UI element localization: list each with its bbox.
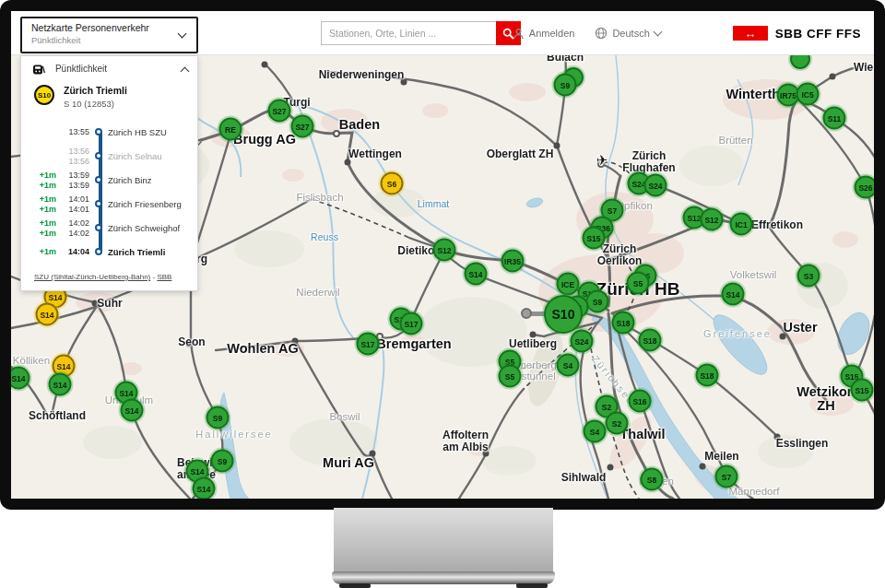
map-label: Greifensee <box>703 329 772 340</box>
stop-row: +1m+1m13:5913:59Zürich Binz <box>30 168 192 192</box>
map-label: Muri AG <box>323 456 374 470</box>
map-label: Zürich Oerlikon <box>597 243 643 266</box>
panel-title: Pünktlichkeit <box>53 65 110 75</box>
train-badge-s18[interactable]: S18 <box>612 312 635 335</box>
station-dot <box>554 143 560 149</box>
train-badge-s9[interactable]: S9 <box>586 290 609 313</box>
train-badge-s15[interactable]: S15 <box>851 379 874 402</box>
train-badge-s14[interactable]: S14 <box>722 283 745 306</box>
train-badge-s7[interactable]: S7 <box>715 465 738 488</box>
train-badge-s9[interactable]: S9 <box>554 74 577 97</box>
train-badge-s14[interactable]: S14 <box>465 263 488 286</box>
train-badge-s2[interactable]: S2 <box>606 412 629 435</box>
sbb-link[interactable]: SBB <box>157 273 171 281</box>
stop-row: 13:5613:56Zürich Selnau <box>30 144 192 168</box>
stop-row: +1m14:04Zürich Triemli <box>30 240 192 264</box>
map-label: Wies <box>854 62 874 74</box>
train-badge-s27[interactable]: S27 <box>268 100 291 123</box>
train-badge-s10[interactable]: S10 <box>544 295 583 334</box>
map-label: Affoltern am Albis <box>442 429 489 453</box>
train-badge-s14[interactable]: S14 <box>121 399 144 422</box>
selected-train-pin-knob <box>521 308 532 319</box>
map-label: Uster <box>783 321 817 335</box>
train-badge-s14[interactable]: S14 <box>49 373 72 396</box>
train-badge-ir35[interactable]: IR35 <box>502 250 525 273</box>
train-badge-s12[interactable]: S12 <box>433 239 456 262</box>
map-label: Hallwilersee <box>195 429 272 441</box>
train-badge-s14[interactable]: S14 <box>36 303 59 326</box>
train-badge-s15[interactable]: S15 <box>583 227 606 250</box>
monitor-foot <box>516 583 548 588</box>
app-window: BülachNiederweningenTurgiBrugg AGBadenWe… <box>11 11 874 499</box>
layer-dropdown[interactable]: Netzkarte Personenverkehr Pünktlichkeit <box>20 17 198 53</box>
map-label: Wetzikon ZH <box>796 385 855 413</box>
train-badge-ice[interactable]: ICE <box>557 273 580 296</box>
train-badge-s11[interactable]: S11 <box>823 107 846 130</box>
train-badge-ic1[interactable]: IC1 <box>730 213 753 236</box>
stop-row: +1m+1m14:0214:02Zürich Schweighof <box>30 216 192 240</box>
train-badge-s12[interactable]: S12 <box>701 208 724 231</box>
search-input[interactable] <box>321 21 496 45</box>
train-badge-s4[interactable]: S4 <box>557 354 580 377</box>
sbb-arrow-icon: ↔ <box>733 26 768 41</box>
stop-node <box>95 176 102 183</box>
station-dot <box>830 74 836 80</box>
map-label: Schöftland <box>29 410 86 422</box>
train-badge-s16[interactable]: S16 <box>629 390 652 413</box>
stop-list: 13:55Zürich HB SZU13:5613:56Zürich Selna… <box>21 120 197 264</box>
stop-row: 13:55Zürich HB SZU <box>30 120 192 144</box>
stop-name: Zürich Schweighof <box>108 223 192 233</box>
train-badge-s3[interactable]: S3 <box>797 265 820 288</box>
map-label: Brütten <box>718 135 752 146</box>
chevron-up-icon <box>181 66 190 76</box>
station-dot <box>608 465 614 471</box>
train-badge-s24[interactable]: S24 <box>644 174 667 197</box>
map-label: Volketswil <box>730 269 777 280</box>
sbb-logo[interactable]: ↔ SBB CFF FFS <box>733 26 861 41</box>
map-label: Bülach <box>547 55 584 63</box>
panel-header[interactable]: Pünktlichkeit <box>21 56 197 81</box>
stop-name: Zürich Triemli <box>108 247 192 257</box>
map-label: Effretikon <box>751 219 803 231</box>
train-badge-s18[interactable]: S18 <box>696 364 719 387</box>
map-label: Uetliberg <box>509 338 557 350</box>
train-badge-s5[interactable]: S5 <box>499 365 522 388</box>
map-label: Limmat <box>418 199 449 209</box>
map-label: Reuss <box>311 232 338 242</box>
train-badge-ic5[interactable]: IC5 <box>796 83 820 106</box>
train-badge-s18[interactable]: S18 <box>639 329 662 352</box>
stop-node <box>95 152 102 159</box>
monitor-stand-base <box>332 571 555 584</box>
train-badge-s9[interactable]: S9 <box>211 450 234 473</box>
train-badge-s24[interactable]: S24 <box>571 330 594 353</box>
train-destination: Zürich Triemli <box>64 85 127 96</box>
train-badge-s8[interactable]: S8 <box>641 468 664 491</box>
login-button[interactable]: Anmelden <box>513 28 575 40</box>
map-label: Sihlwald <box>561 472 607 484</box>
stop-name: Zürich Friesenberg <box>108 199 192 209</box>
train-badge-s14[interactable]: S14 <box>193 477 216 500</box>
layer-dropdown-title: Netzkarte Personenverkehr <box>31 22 172 33</box>
train-badge-s5[interactable]: S5 <box>627 272 650 295</box>
map-label: Thalwil <box>620 428 665 441</box>
station-dot <box>262 62 268 68</box>
map-label: Bremgarten <box>376 337 451 351</box>
language-selector[interactable]: Deutsch <box>595 27 660 40</box>
user-icon <box>513 28 525 40</box>
login-label: Anmelden <box>529 28 575 39</box>
train-badge-s27[interactable]: S27 <box>291 115 314 138</box>
map-label: Baden <box>339 118 380 132</box>
desktop-background: BülachNiederweningenTurgiBrugg AGBadenWe… <box>0 0 885 588</box>
monitor-stand <box>334 508 553 574</box>
monitor-bezel: BülachNiederweningenTurgiBrugg AGBadenWe… <box>0 0 885 510</box>
train-badge-s17[interactable]: S17 <box>400 312 423 335</box>
train-icon <box>32 65 45 75</box>
train-badge-s17[interactable]: S17 <box>357 333 380 356</box>
train-badge-s6[interactable]: S6 <box>381 172 404 195</box>
train-badge-s9[interactable]: S9 <box>206 406 230 429</box>
train-badge-s26[interactable]: S26 <box>855 176 875 199</box>
train-badge-re[interactable]: RE <box>219 118 242 141</box>
operator-link[interactable]: SZU (Sihltal-Zürich-Uetliberg-Bahn) <box>34 273 150 281</box>
airplane-icon: ✈ <box>596 153 608 168</box>
train-badge-s4[interactable]: S4 <box>584 420 607 443</box>
